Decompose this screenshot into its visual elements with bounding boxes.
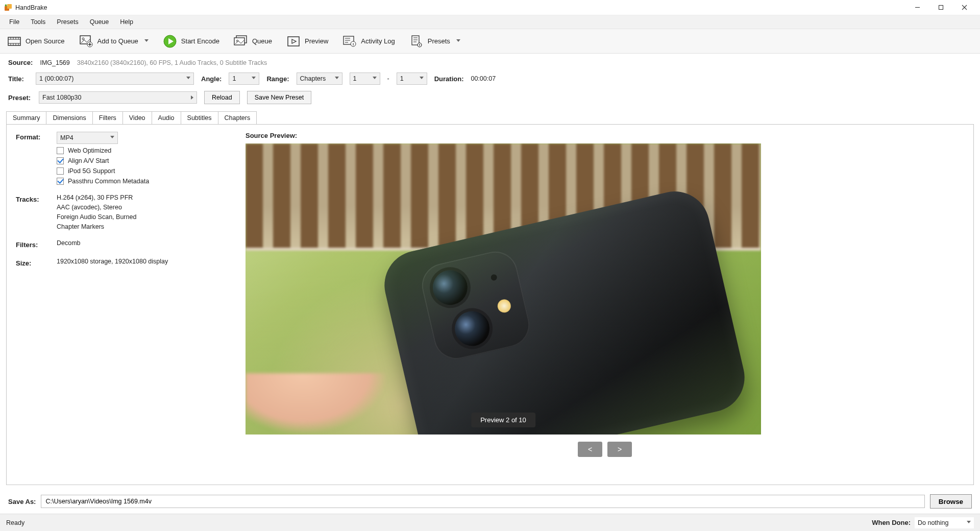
range-from-dropdown[interactable]: 1 bbox=[350, 73, 380, 85]
checkbox-icon bbox=[57, 157, 64, 164]
when-done-dropdown[interactable]: Do nothing bbox=[915, 517, 974, 528]
tabstrip: Summary Dimensions Filters Video Audio S… bbox=[6, 111, 974, 124]
window-maximize-button[interactable] bbox=[929, 0, 952, 15]
save-as-input[interactable] bbox=[41, 495, 924, 508]
svg-point-19 bbox=[82, 38, 84, 40]
tab-video[interactable]: Video bbox=[122, 111, 152, 124]
angle-dropdown[interactable]: 1 bbox=[229, 73, 259, 85]
presets-button[interactable]: Presets bbox=[405, 32, 464, 51]
passthru-checkbox[interactable]: Passthru Common Metadata bbox=[57, 178, 149, 185]
tab-subtitles[interactable]: Subtitles bbox=[181, 111, 218, 124]
menu-queue[interactable]: Queue bbox=[85, 16, 114, 28]
format-dropdown[interactable]: MP4 bbox=[57, 132, 118, 144]
queue-label: Queue bbox=[252, 37, 272, 45]
menu-presets[interactable]: Presets bbox=[52, 16, 83, 28]
preview-button[interactable]: Preview bbox=[282, 32, 332, 51]
menu-help[interactable]: Help bbox=[115, 16, 138, 28]
track-line: Foreign Audio Scan, Burned bbox=[57, 213, 136, 221]
log-icon: i bbox=[342, 34, 357, 49]
chevron-down-icon bbox=[186, 77, 190, 81]
preview-heading: Source Preview: bbox=[246, 132, 964, 139]
filters-value: Decomb bbox=[57, 239, 81, 247]
preview-counter: Preview 2 of 10 bbox=[471, 413, 535, 427]
ipod-checkbox[interactable]: iPod 5G Support bbox=[57, 167, 149, 175]
range-sep: - bbox=[387, 75, 389, 82]
checkbox-label: iPod 5G Support bbox=[68, 167, 115, 175]
title-value: 1 (00:00:07) bbox=[39, 75, 74, 82]
summary-left: Format: MP4 Web Optimized Align A/V Star… bbox=[16, 132, 225, 477]
queue-button[interactable]: Queue bbox=[230, 32, 276, 51]
when-done-value: Do nothing bbox=[918, 519, 948, 526]
source-settings: Source: IMG_1569 3840x2160 (3840x2160), … bbox=[0, 54, 980, 107]
title-dropdown[interactable]: 1 (00:00:07) bbox=[36, 73, 194, 85]
preset-value: Fast 1080p30 bbox=[42, 94, 81, 101]
web-optimized-checkbox[interactable]: Web Optimized bbox=[57, 147, 149, 154]
duration-label: Duration: bbox=[434, 75, 464, 83]
chevron-down-icon bbox=[373, 77, 377, 81]
svg-marker-29 bbox=[292, 39, 296, 43]
chevron-down-icon[interactable] bbox=[456, 39, 460, 43]
tracks-label: Tracks: bbox=[16, 194, 51, 203]
when-done-label: When Done: bbox=[872, 519, 911, 526]
format-label: Format: bbox=[16, 132, 51, 141]
open-source-button[interactable]: Open Source bbox=[3, 32, 69, 51]
activity-log-button[interactable]: i Activity Log bbox=[338, 32, 399, 51]
range-to-dropdown[interactable]: 1 bbox=[397, 73, 427, 85]
browse-button[interactable]: Browse bbox=[930, 494, 972, 509]
svg-point-41 bbox=[419, 44, 420, 45]
preview-prev-button[interactable]: < bbox=[578, 442, 602, 457]
play-icon bbox=[163, 34, 177, 49]
open-source-label: Open Source bbox=[26, 37, 65, 45]
checkbox-icon bbox=[57, 167, 64, 175]
source-name: IMG_1569 bbox=[40, 59, 69, 66]
chevron-down-icon bbox=[110, 136, 114, 140]
start-encode-label: Start Encode bbox=[181, 37, 219, 45]
tab-filters[interactable]: Filters bbox=[92, 111, 123, 124]
angle-label: Angle: bbox=[201, 75, 222, 83]
tab-chapters[interactable]: Chapters bbox=[218, 111, 257, 124]
range-from-value: 1 bbox=[353, 75, 357, 82]
preset-dropdown[interactable]: Fast 1080p30 bbox=[39, 91, 197, 104]
svg-rect-1 bbox=[7, 4, 12, 9]
window-minimize-button[interactable] bbox=[905, 0, 929, 15]
tab-dimensions[interactable]: Dimensions bbox=[46, 111, 92, 124]
size-label: Size: bbox=[16, 258, 51, 267]
track-line: Chapter Markers bbox=[57, 223, 136, 230]
statusbar: Ready When Done: Do nothing bbox=[0, 514, 980, 531]
range-mode-dropdown[interactable]: Chapters bbox=[297, 73, 342, 85]
checkbox-label: Web Optimized bbox=[68, 147, 111, 154]
reload-button[interactable]: Reload bbox=[204, 91, 240, 104]
menu-tools[interactable]: Tools bbox=[26, 16, 51, 28]
preview-next-button[interactable]: > bbox=[607, 442, 632, 457]
tab-summary[interactable]: Summary bbox=[6, 111, 46, 124]
window-title: HandBrake bbox=[15, 4, 47, 11]
source-label: Source: bbox=[8, 59, 33, 66]
preview-icon bbox=[286, 34, 301, 49]
title-label: Title: bbox=[8, 75, 29, 83]
window-close-button[interactable] bbox=[952, 0, 976, 15]
checkbox-label: Align A/V Start bbox=[68, 157, 109, 164]
chevron-down-icon[interactable] bbox=[144, 39, 149, 43]
menu-file[interactable]: File bbox=[4, 16, 24, 28]
menubar: File Tools Presets Queue Help bbox=[0, 15, 980, 29]
angle-value: 1 bbox=[232, 75, 236, 82]
preview-image: Preview 2 of 10 bbox=[246, 143, 761, 435]
align-av-checkbox[interactable]: Align A/V Start bbox=[57, 157, 149, 164]
add-to-queue-label: Add to Queue bbox=[97, 37, 138, 45]
queue-icon bbox=[234, 34, 248, 49]
tab-panel-summary: Format: MP4 Web Optimized Align A/V Star… bbox=[6, 124, 974, 485]
toolbar: Open Source Add to Queue Start Encode Qu… bbox=[0, 29, 980, 54]
tab-audio[interactable]: Audio bbox=[152, 111, 181, 124]
chevron-down-icon bbox=[335, 77, 339, 81]
track-line: AAC (avcodec), Stereo bbox=[57, 204, 136, 211]
save-as-label: Save As: bbox=[8, 498, 36, 505]
checkbox-icon bbox=[57, 147, 64, 154]
preset-label: Preset: bbox=[8, 94, 32, 102]
titlebar: HandBrake bbox=[0, 0, 980, 15]
format-value: MP4 bbox=[60, 134, 74, 141]
source-info: 3840x2160 (3840x2160), 60 FPS, 1 Audio T… bbox=[77, 59, 267, 66]
save-new-preset-button[interactable]: Save New Preset bbox=[247, 91, 312, 104]
add-image-icon bbox=[79, 34, 93, 49]
start-encode-button[interactable]: Start Encode bbox=[159, 32, 224, 51]
add-to-queue-button[interactable]: Add to Queue bbox=[75, 32, 153, 51]
